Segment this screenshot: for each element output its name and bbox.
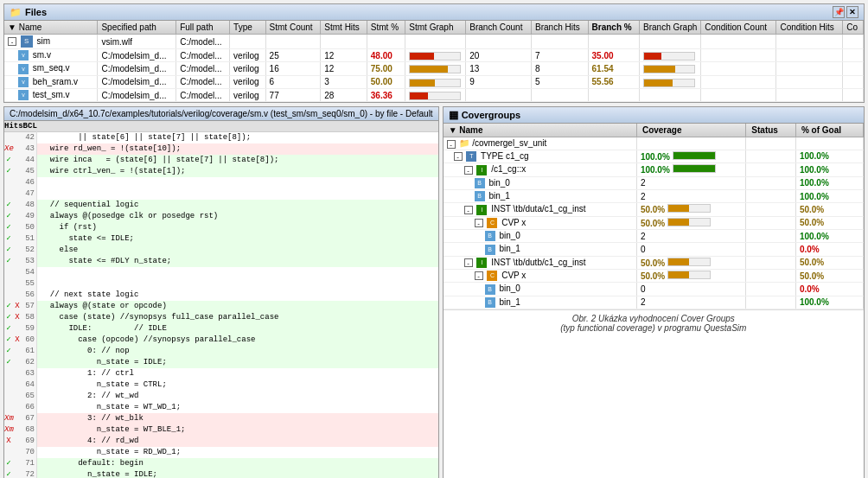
cg-cell-coverage: 50.0% — [636, 216, 745, 229]
cg-col-coverage[interactable]: Coverage — [636, 124, 745, 137]
line-num-50: 50 — [22, 222, 36, 233]
col-fullpath[interactable]: Full path — [176, 21, 230, 35]
expand-button[interactable]: - — [8, 37, 16, 46]
col-specpath[interactable]: Specified path — [98, 21, 176, 35]
cg-cell-goal — [795, 137, 863, 150]
cg-col-status[interactable]: Status — [746, 124, 796, 137]
cg-table-row[interactable]: - I /c1_cg::x 100.0% 100.0% — [444, 163, 864, 176]
expand-button[interactable]: - — [447, 140, 456, 149]
col-co[interactable]: Co — [843, 21, 864, 35]
expand-button[interactable]: - — [454, 152, 463, 161]
cg-cell-coverage: 100.0% — [636, 150, 745, 163]
col-branchhits[interactable]: Branch Hits — [532, 21, 589, 35]
cg-table-body: - 📁 /covmergel_sv_unit - T TYPE c1_cg — [444, 137, 864, 309]
cell-condhits — [776, 35, 843, 49]
line-num-51: 51 — [22, 233, 36, 245]
coverage-pct: 100.0% — [641, 165, 670, 175]
coverage-bar-fill — [673, 165, 715, 172]
code-line: n_state = WT_BLE_1; — [37, 424, 438, 436]
line-num-57: 57 — [22, 301, 36, 312]
cg-cell-coverage: 2 — [636, 229, 745, 242]
expand-button[interactable]: - — [475, 271, 483, 280]
goal-pct: 100.0% — [800, 297, 829, 307]
bin-icon: B — [475, 178, 485, 188]
cg-cell-goal: 50.0% — [795, 203, 863, 216]
cg-table-row[interactable]: B bin_1 0 0.0% — [444, 243, 864, 256]
col-stmtcount[interactable]: Stmt Count — [265, 21, 321, 35]
cg-table-row[interactable]: - T TYPE c1_cg 100.0% 100.0% — [444, 150, 864, 163]
table-row[interactable]: v sm.v C:/modelsim_d... C:/model... veri… — [4, 49, 864, 62]
cg-table-row[interactable]: B bin_1 2 100.0% — [444, 189, 864, 202]
cg-cell-goal: 0.0% — [795, 283, 863, 296]
col-stmtpct[interactable]: Stmt % — [367, 21, 405, 35]
table-row[interactable]: v beh_sram.v C:/modelsim_d... C:/model..… — [4, 75, 864, 88]
expand-button[interactable]: - — [464, 206, 473, 214]
cg-table-row[interactable]: - I INST \tb/duta/c1_cg_inst 50.0% 50.0% — [444, 203, 864, 216]
cg-table-row[interactable]: B bin_0 0 0.0% — [444, 283, 864, 296]
cell-type: verilog — [230, 75, 266, 88]
cg-table-row[interactable]: - C CVP x 50.0% 50.0% — [444, 270, 864, 283]
code-line: IDLE: // IDLE — [37, 323, 438, 335]
cg-cell-name: - I INST \tb/duta/c1_cg_inst — [444, 203, 637, 216]
v-icon: v — [18, 64, 29, 74]
cg-cell-status — [746, 150, 796, 163]
table-row[interactable]: - S sim vsim.wlf C:/model... — [4, 35, 864, 49]
line-num-47: 47 — [22, 188, 36, 200]
close-button[interactable]: ✕ — [846, 6, 858, 18]
cg-table-row[interactable]: B bin_0 2 100.0% — [444, 229, 864, 242]
bin-icon: B — [485, 231, 495, 241]
col-branchcount[interactable]: Branch Count — [466, 21, 532, 35]
expand-button[interactable]: - — [464, 258, 473, 267]
line-num-63: 63 — [22, 368, 36, 379]
cg-col-name[interactable]: ▼ Name — [444, 124, 637, 137]
col-type[interactable]: Type — [230, 21, 266, 35]
col-condcount[interactable]: Condition Count — [701, 21, 776, 35]
coverage-pct: 50.0% — [641, 258, 665, 268]
goal-pct: 100.0% — [800, 192, 829, 201]
cg-col-goal[interactable]: % of Goal — [795, 124, 863, 137]
cell-stmtgraph — [405, 49, 466, 62]
branch-bar-fill — [644, 80, 672, 86]
line-num-48: 48 — [22, 200, 36, 211]
line-hits-62: ✓ — [4, 357, 13, 368]
cg-table-row[interactable]: - C CVP x 50.0% 50.0% — [444, 216, 864, 229]
cg-table-row[interactable]: - I INST \tb/dutb/c1_cg_inst 50.0% 50.0% — [444, 256, 864, 269]
pin-button[interactable]: 📌 — [833, 6, 845, 18]
code-line-marker: 47 — [4, 188, 36, 200]
code-line: // sequential logic — [37, 200, 438, 211]
col-branchgraph[interactable]: Branch Graph — [640, 21, 701, 35]
goal-pct: 0.0% — [800, 284, 820, 294]
cell-stmtcount: 16 — [265, 62, 321, 75]
cg-cell-name: B bin_0 — [444, 176, 637, 189]
col-name[interactable]: ▼ Name — [4, 21, 98, 35]
line-num-55: 55 — [22, 278, 36, 290]
col-condhits[interactable]: Condition Hits — [776, 21, 843, 35]
code-line: case (state) //synopsys full_case parall… — [37, 312, 438, 323]
cg-cell-status — [746, 256, 796, 269]
cg-cell-status — [746, 229, 796, 242]
cg-name-text: bin_1 — [488, 191, 509, 201]
line-num-53: 53 — [22, 256, 36, 267]
code-line: if (rst) — [37, 222, 438, 233]
cg-cell-coverage: 2 — [636, 176, 745, 189]
covergroups-title: Covergroups — [462, 110, 520, 120]
cg-table-row[interactable]: B bin_1 2 100.0% — [444, 296, 864, 309]
cg-cell-goal: 100.0% — [795, 176, 863, 189]
cg-cell-name: B bin_1 — [444, 296, 637, 309]
cg-table-row[interactable]: - 📁 /covmergel_sv_unit — [444, 137, 864, 150]
line-num-71: 71 — [22, 458, 36, 469]
code-line-marker: Xe43 — [4, 143, 36, 155]
expand-button[interactable]: - — [475, 219, 483, 227]
expand-button[interactable]: - — [464, 166, 473, 175]
coverage-bar-fill — [673, 152, 715, 159]
line-num-52: 52 — [22, 245, 36, 256]
coverage-bar — [667, 204, 711, 213]
cell-condhits — [776, 75, 843, 88]
code-line-marker: ✓48 — [4, 200, 36, 211]
col-stmtgraph[interactable]: Stmt Graph — [405, 21, 466, 35]
col-branchpct[interactable]: Branch % — [588, 21, 640, 35]
col-stmthits[interactable]: Stmt Hits — [321, 21, 367, 35]
table-row[interactable]: v sm_seq.v C:/modelsim_d... C:/model... … — [4, 62, 864, 75]
cg-table-row[interactable]: B bin_0 2 100.0% — [444, 176, 864, 189]
table-row[interactable]: v test_sm.v C:/modelsim_d... C:/model...… — [4, 89, 864, 102]
